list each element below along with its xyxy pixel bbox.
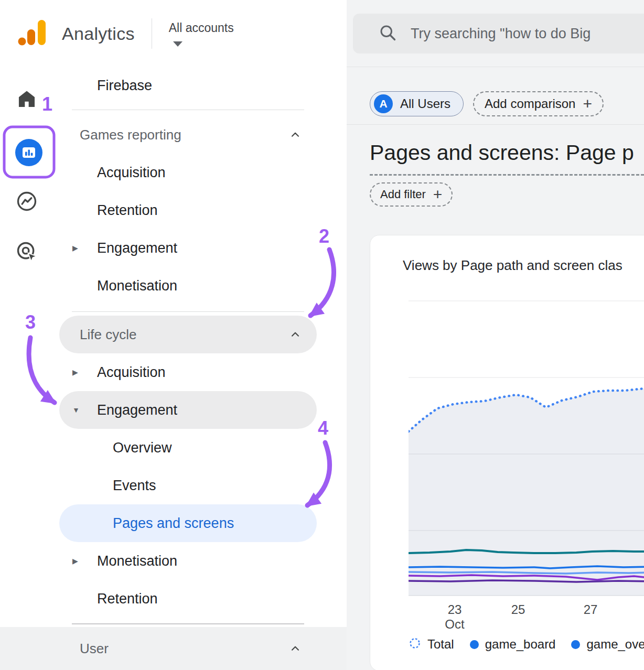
- add-comparison-button[interactable]: Add comparison +: [473, 91, 604, 116]
- account-switcher-label: All accounts: [169, 21, 234, 35]
- dashed-circle-icon: [409, 637, 421, 652]
- sidebar-item-label: Monetisation: [97, 553, 177, 569]
- analytics-logo-icon: [16, 18, 48, 49]
- sidebar-item-label: Pages and screens: [113, 515, 234, 532]
- all-users-label: All Users: [400, 96, 450, 111]
- triangle-right-icon: ▶: [72, 244, 78, 252]
- sidebar-section-user[interactable]: User: [52, 627, 317, 670]
- sidebar-item-label: Acquisition: [97, 364, 166, 381]
- advertising-icon[interactable]: [15, 240, 39, 266]
- x-tick-25: 25: [511, 602, 525, 617]
- views-chart-card: Views by Page path and screen clas 23 Oc…: [370, 235, 644, 670]
- topbar-divider: [152, 18, 152, 49]
- dot-icon: [571, 640, 580, 649]
- divider: [72, 311, 304, 312]
- add-filter-label: Add filter: [380, 188, 426, 201]
- line-series-5: [409, 580, 644, 582]
- sidebar-item-label: Monetisation: [97, 278, 177, 294]
- sidebar-item-lc-acquisition[interactable]: ▶ Acquisition: [52, 353, 347, 391]
- sidebar-item-label: Engagement: [97, 402, 177, 418]
- reports-sidebar: Firebase Games reporting Acquisition Ret…: [52, 67, 347, 627]
- legend-item-total[interactable]: Total: [409, 637, 454, 652]
- triangle-right-icon: ▶: [72, 557, 78, 565]
- triangle-right-icon: ▶: [72, 368, 78, 376]
- page-title: Pages and screens: Page p: [370, 141, 644, 165]
- sidebar-item-label: Overview: [113, 440, 172, 456]
- chevron-up-icon: [288, 328, 302, 341]
- dot-icon: [470, 640, 479, 649]
- sidebar-item-pages-and-screens[interactable]: Pages and screens: [59, 504, 317, 542]
- section-header-label: User: [80, 641, 109, 657]
- legend-item-game-over[interactable]: game_over: [571, 637, 644, 652]
- sidebar-item-label: Firebase: [97, 78, 152, 94]
- sidebar-item-gr-monetisation[interactable]: Monetisation: [52, 267, 347, 305]
- chevron-up-icon: [288, 128, 302, 142]
- sidebar-item-firebase[interactable]: Firebase: [52, 67, 347, 104]
- all-users-chip[interactable]: A All Users: [370, 91, 464, 116]
- search-input[interactable]: [411, 26, 644, 42]
- x-tick-27: 27: [584, 602, 598, 617]
- sidebar-item-lc-engagement[interactable]: ▼ Engagement: [59, 391, 317, 429]
- sidebar-item-lc-retention[interactable]: Retention: [52, 580, 347, 618]
- sidebar-item-label: Retention: [97, 591, 158, 607]
- dropdown-caret-icon: [173, 41, 183, 47]
- plus-icon: +: [433, 187, 443, 202]
- sidebar-section-games-reporting[interactable]: Games reporting: [52, 116, 317, 154]
- app-title: Analytics: [62, 24, 135, 44]
- legend-label: Total: [427, 637, 454, 652]
- sidebar-item-gr-engagement[interactable]: ▶ Engagement: [52, 229, 347, 267]
- topbar: Analytics All accounts: [0, 0, 347, 67]
- divider: [72, 623, 304, 624]
- search-header: [347, 0, 644, 67]
- sidebar-item-label: Engagement: [97, 240, 177, 256]
- legend-item-game-board[interactable]: game_board: [470, 637, 556, 652]
- sidebar-section-life-cycle[interactable]: Life cycle: [59, 316, 317, 353]
- legend-label: game_board: [485, 637, 556, 652]
- chart-title: Views by Page path and screen clas: [403, 257, 644, 274]
- section-header-label: Games reporting: [80, 127, 181, 143]
- search-icon: [378, 23, 397, 44]
- total-area-fill: [409, 388, 644, 596]
- sidebar-bottom-section: User: [0, 627, 347, 670]
- plus-icon: +: [583, 96, 592, 112]
- sidebar-item-gr-acquisition[interactable]: Acquisition: [52, 154, 347, 191]
- sidebar-item-label: Retention: [97, 202, 158, 219]
- page-title-block: Pages and screens: Page p: [370, 141, 644, 176]
- add-comparison-label: Add comparison: [485, 96, 575, 111]
- section-header-label: Life cycle: [80, 327, 136, 343]
- main-content: A All Users Add comparison + Pages and s…: [347, 0, 644, 670]
- sidebar-item-label: Acquisition: [97, 165, 166, 181]
- home-icon[interactable]: [16, 88, 38, 112]
- comparison-chips-row: A All Users Add comparison +: [370, 91, 604, 116]
- legend-label: game_over: [586, 637, 644, 652]
- add-filter-button[interactable]: Add filter +: [370, 182, 453, 207]
- divider: [347, 124, 644, 125]
- sidebar-item-lc-monetisation[interactable]: ▶ Monetisation: [52, 542, 347, 580]
- sidebar-item-gr-retention[interactable]: Retention: [52, 191, 347, 229]
- chevron-up-icon: [288, 642, 302, 655]
- reports-icon[interactable]: [15, 139, 42, 168]
- views-chart: [409, 294, 644, 597]
- left-rail: [0, 67, 52, 627]
- divider: [72, 110, 304, 110]
- x-tick-23-oct: 23 Oct: [445, 602, 464, 632]
- search-bar[interactable]: [353, 14, 644, 53]
- account-switcher[interactable]: All accounts: [169, 21, 234, 47]
- sidebar-item-events[interactable]: Events: [52, 467, 347, 504]
- explore-icon[interactable]: [15, 190, 38, 215]
- line-series-3: [409, 572, 644, 574]
- triangle-down-icon: ▼: [72, 406, 80, 414]
- all-users-avatar: A: [374, 94, 393, 113]
- sidebar-item-label: Events: [113, 478, 156, 494]
- sidebar-item-overview[interactable]: Overview: [52, 429, 347, 467]
- chart-legend: Total game_board game_over: [409, 637, 644, 652]
